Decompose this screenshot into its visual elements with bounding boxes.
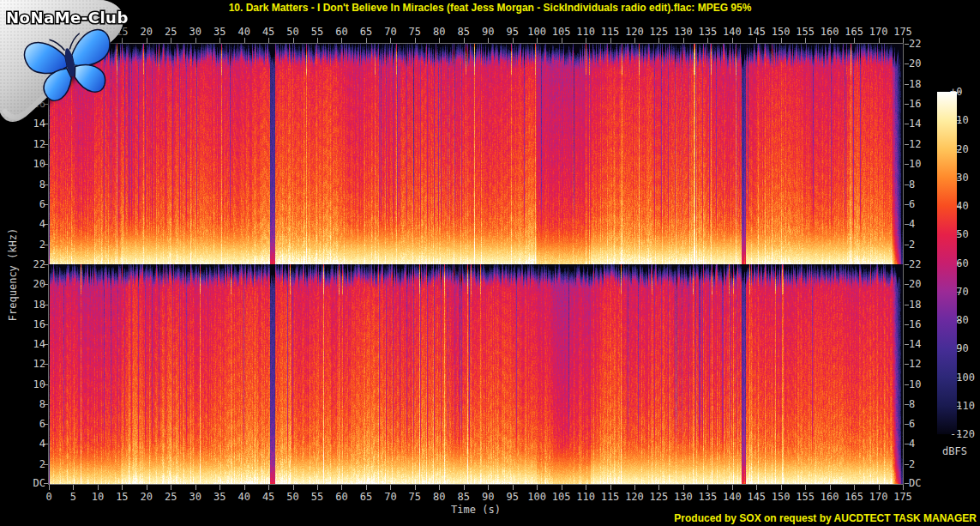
freq-tick-label-left: 12: [8, 358, 45, 370]
freq-tick-label-left: 10: [8, 158, 45, 170]
time-tick-mark-top: [805, 38, 806, 43]
time-tick-label-top: 175: [888, 26, 917, 38]
time-tick-mark-bottom: [171, 485, 171, 490]
freq-tick-label-left: 6: [8, 418, 45, 430]
time-tick-mark-top: [390, 38, 391, 43]
time-tick-mark-top: [586, 38, 586, 43]
time-tick-mark-top: [513, 38, 514, 43]
time-tick-mark-bottom: [488, 485, 489, 490]
freq-tick-label-left: 8: [8, 398, 45, 410]
time-tick-mark-top: [537, 38, 538, 43]
time-tick-mark-bottom: [634, 485, 635, 490]
time-tick-mark-top: [707, 38, 708, 43]
time-tick-mark-bottom: [781, 485, 782, 490]
time-tick-mark-bottom: [683, 485, 684, 490]
time-tick-mark-top: [293, 38, 294, 43]
time-tick-mark-top: [683, 38, 684, 43]
time-tick-mark-top: [634, 38, 635, 43]
time-tick-mark-top: [195, 38, 196, 43]
dbfs-colorbar: [937, 92, 957, 434]
spectrogram-plot-area: [48, 43, 904, 485]
freq-dc-label-right: DC: [909, 477, 943, 489]
time-tick-mark-top: [488, 38, 489, 43]
freq-dc-label-left: DC: [8, 477, 45, 489]
time-tick-label-bottom: 175: [888, 491, 917, 503]
time-tick-mark-bottom: [219, 485, 220, 490]
time-tick-mark-bottom: [513, 485, 514, 490]
time-tick-mark-bottom: [98, 485, 99, 490]
spectrogram-channel-2: [49, 264, 903, 484]
time-tick-mark-bottom: [805, 485, 806, 490]
time-tick-mark-top: [268, 38, 269, 43]
freq-tick-label-right: 22: [909, 38, 943, 50]
freq-tick-label-right: 2: [909, 458, 943, 470]
time-tick-mark-bottom: [49, 485, 50, 490]
time-tick-mark-top: [439, 38, 440, 43]
time-tick-mark-bottom: [439, 485, 440, 490]
freq-tick-label-right: 18: [909, 78, 943, 90]
time-tick-mark-bottom: [732, 485, 733, 490]
time-tick-mark-bottom: [537, 485, 538, 490]
time-tick-mark-bottom: [756, 485, 757, 490]
time-tick-mark-bottom: [244, 485, 245, 490]
time-tick-mark-top: [781, 38, 782, 43]
freq-tick-label-left: 12: [8, 138, 45, 150]
time-tick-mark-bottom: [879, 485, 880, 490]
time-tick-mark-bottom: [903, 485, 904, 490]
time-tick-mark-top: [610, 38, 611, 43]
time-tick-mark-bottom: [122, 485, 123, 490]
time-tick-mark-bottom: [658, 485, 659, 490]
time-tick-mark-top: [219, 38, 220, 43]
time-tick-mark-bottom: [610, 485, 611, 490]
time-tick-mark-bottom: [195, 485, 196, 490]
freq-tick-label-left: 2: [8, 458, 45, 470]
time-tick-mark-bottom: [147, 485, 147, 490]
freq-tick-label-right: 20: [909, 57, 943, 70]
time-tick-mark-top: [903, 38, 904, 43]
frequency-axis-title: Frequency (kHz): [7, 206, 21, 343]
time-tick-mark-bottom: [341, 485, 342, 490]
time-tick-mark-top: [854, 38, 855, 43]
time-tick-mark-top: [415, 38, 416, 43]
time-tick-mark-top: [366, 38, 367, 43]
time-tick-mark-bottom: [562, 485, 562, 490]
freq-tick-label-left: 8: [8, 178, 45, 190]
time-tick-mark-bottom: [707, 485, 708, 490]
time-tick-mark-top: [732, 38, 733, 43]
time-tick-mark-bottom: [268, 485, 269, 490]
sox-spectrogram-image: 10. Dark Matters - I Don't Believe In Mi…: [0, 0, 980, 526]
time-tick-mark-bottom: [366, 485, 367, 490]
colorbar-unit-label: dBFS: [942, 445, 967, 457]
time-tick-mark-top: [171, 38, 171, 43]
freq-tick-label-right: 4: [909, 438, 943, 450]
time-tick-mark-top: [244, 38, 245, 43]
noname-club-logo: NoNaMe-Club: [0, 0, 156, 130]
time-tick-mark-top: [562, 38, 562, 43]
logo-text: NoNaMe-Club: [6, 9, 129, 27]
time-tick-mark-top: [341, 38, 342, 43]
time-tick-mark-bottom: [830, 485, 831, 490]
produced-by-credit: Produced by SOX on request by AUCDTECT T…: [674, 512, 977, 524]
time-axis-title: Time (s): [390, 504, 562, 516]
time-tick-mark-top: [464, 38, 465, 43]
time-tick-mark-bottom: [854, 485, 855, 490]
time-tick-mark-bottom: [390, 485, 391, 490]
freq-tick-label-left: 4: [8, 438, 45, 450]
spectrogram-channel-1: [49, 44, 903, 264]
time-tick-mark-bottom: [586, 485, 586, 490]
time-tick-mark-bottom: [317, 485, 318, 490]
time-tick-mark-top: [756, 38, 757, 43]
time-tick-mark-top: [658, 38, 659, 43]
time-tick-mark-bottom: [293, 485, 294, 490]
time-tick-mark-top: [830, 38, 831, 43]
time-tick-mark-bottom: [415, 485, 416, 490]
time-tick-mark-top: [317, 38, 318, 43]
time-tick-mark-top: [879, 38, 880, 43]
time-tick-mark-bottom: [464, 485, 465, 490]
freq-tick-label-left: 10: [8, 378, 45, 390]
time-tick-mark-bottom: [73, 485, 74, 490]
